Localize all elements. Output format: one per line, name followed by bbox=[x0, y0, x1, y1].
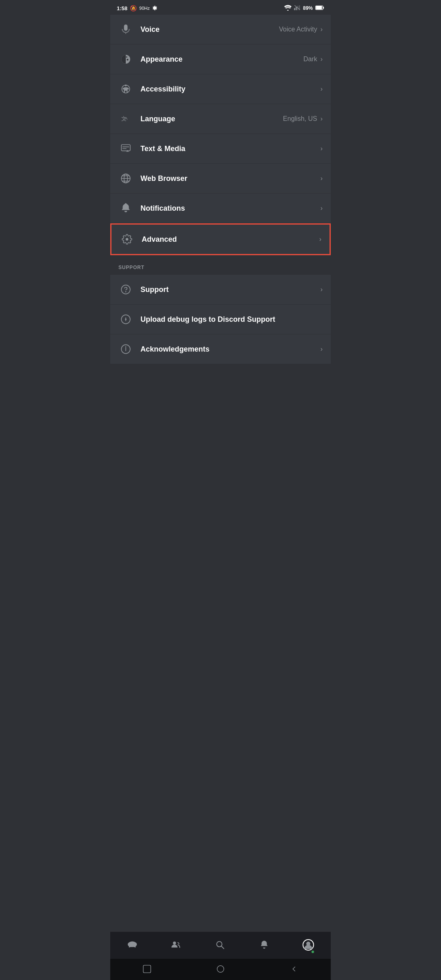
battery-icon bbox=[315, 5, 324, 11]
support-header-text: SUPPORT bbox=[118, 265, 145, 270]
web-browser-chevron: › bbox=[321, 175, 323, 182]
appearance-value: Dark › bbox=[303, 56, 323, 63]
support-icon bbox=[118, 282, 133, 297]
language-value-text: English, US bbox=[283, 115, 317, 122]
language-chevron: › bbox=[321, 115, 323, 122]
accessibility-chevron: › bbox=[321, 85, 323, 93]
svg-point-26 bbox=[121, 285, 130, 294]
support-chevron: › bbox=[321, 286, 323, 293]
notifications-icon bbox=[118, 201, 133, 216]
voice-chevron: › bbox=[321, 26, 323, 33]
text-media-content: Text & Media › bbox=[140, 145, 323, 153]
notifications-chevron: › bbox=[321, 205, 323, 212]
acknowledgements-content: Acknowledgements › bbox=[140, 345, 323, 354]
settings-item-upload-debug[interactable]: Upload debug logs to Discord Support bbox=[110, 305, 331, 334]
text-media-chevron: › bbox=[321, 145, 323, 152]
advanced-content: Advanced › bbox=[142, 235, 321, 244]
accessibility-content: Accessibility › bbox=[140, 85, 323, 94]
svg-point-27 bbox=[125, 292, 126, 292]
advanced-value: › bbox=[319, 236, 321, 243]
svg-point-10 bbox=[123, 57, 125, 59]
appearance-content: Appearance Dark › bbox=[140, 55, 323, 64]
hz-label: 90Hz bbox=[139, 6, 150, 11]
battery-percent: 89% bbox=[303, 5, 313, 11]
acknowledgements-value: › bbox=[321, 345, 323, 353]
voice-icon bbox=[118, 22, 133, 37]
accessibility-value: › bbox=[321, 85, 323, 93]
settings-item-appearance[interactable]: Appearance Dark › bbox=[110, 45, 331, 74]
svg-point-12 bbox=[127, 59, 128, 60]
language-value: English, US › bbox=[283, 115, 323, 122]
text-media-icon bbox=[118, 141, 133, 156]
settings-item-support[interactable]: Support › bbox=[110, 275, 331, 305]
web-browser-content: Web Browser › bbox=[140, 174, 323, 183]
svg-rect-8 bbox=[316, 6, 322, 9]
settings-item-accessibility[interactable]: Accessibility › bbox=[110, 74, 331, 104]
upload-debug-content: Upload debug logs to Discord Support bbox=[140, 315, 323, 324]
svg-point-30 bbox=[125, 319, 126, 320]
svg-rect-1 bbox=[294, 8, 295, 10]
status-left: 1:58 🔕 90Hz ✱ bbox=[117, 5, 157, 11]
settings-item-language[interactable]: 文 A Language English, US › bbox=[110, 104, 331, 134]
settings-list: Voice Voice Activity › Appearance Dark › bbox=[110, 15, 331, 255]
svg-point-13 bbox=[124, 60, 125, 61]
settings-item-notifications[interactable]: Notifications › bbox=[110, 194, 331, 223]
notifications-content: Notifications › bbox=[140, 204, 323, 213]
support-list: Support › Upload debug logs to Discord S… bbox=[110, 275, 331, 364]
settings-item-advanced[interactable]: Advanced › bbox=[110, 223, 331, 255]
acknowledgements-label: Acknowledgements bbox=[140, 345, 209, 354]
svg-point-0 bbox=[287, 9, 289, 10]
notifications-value: › bbox=[321, 205, 323, 212]
voice-value: Voice Activity › bbox=[279, 26, 323, 33]
web-browser-value: › bbox=[321, 175, 323, 182]
settings-item-acknowledgements[interactable]: Acknowledgements › bbox=[110, 334, 331, 364]
status-bar: 1:58 🔕 90Hz ✱ 89% bbox=[110, 0, 331, 15]
svg-point-11 bbox=[126, 56, 127, 58]
voice-label: Voice bbox=[140, 25, 160, 34]
alarm-icon: 🔕 bbox=[130, 5, 137, 11]
wifi-icon bbox=[284, 5, 292, 12]
svg-rect-7 bbox=[323, 7, 324, 9]
svg-point-34 bbox=[125, 346, 126, 347]
voice-content: Voice Voice Activity › bbox=[140, 25, 323, 34]
notifications-label: Notifications bbox=[140, 204, 185, 213]
web-browser-label: Web Browser bbox=[140, 174, 187, 183]
text-media-label: Text & Media bbox=[140, 145, 185, 153]
accessibility-label: Accessibility bbox=[140, 85, 185, 94]
svg-point-25 bbox=[126, 238, 129, 241]
appearance-chevron: › bbox=[321, 56, 323, 63]
language-label: Language bbox=[140, 115, 175, 123]
web-browser-icon bbox=[118, 171, 133, 186]
support-label: Support bbox=[140, 285, 169, 294]
appearance-icon bbox=[118, 52, 133, 67]
accessibility-icon bbox=[118, 82, 133, 96]
settings-item-web-browser[interactable]: Web Browser › bbox=[110, 164, 331, 194]
advanced-icon bbox=[120, 232, 134, 247]
upload-debug-icon bbox=[118, 312, 133, 327]
appearance-label: Appearance bbox=[140, 55, 183, 64]
svg-rect-18 bbox=[121, 145, 130, 151]
advanced-chevron: › bbox=[319, 236, 321, 243]
settings-item-voice[interactable]: Voice Voice Activity › bbox=[110, 15, 331, 45]
text-media-value: › bbox=[321, 145, 323, 152]
voice-value-text: Voice Activity bbox=[279, 26, 317, 33]
status-time: 1:58 bbox=[117, 5, 127, 11]
language-content: Language English, US › bbox=[140, 115, 323, 123]
support-content: Support › bbox=[140, 285, 323, 294]
bluetooth-icon: ✱ bbox=[152, 5, 157, 11]
svg-text:A: A bbox=[125, 116, 128, 120]
support-section-header: SUPPORT bbox=[110, 255, 331, 275]
svg-rect-2 bbox=[296, 7, 297, 10]
settings-item-text-media[interactable]: Text & Media › bbox=[110, 134, 331, 164]
appearance-value-text: Dark bbox=[303, 56, 317, 63]
svg-point-24 bbox=[125, 203, 127, 205]
acknowledgements-icon bbox=[118, 342, 133, 356]
status-right: 89% bbox=[284, 5, 324, 12]
upload-debug-label: Upload debug logs to Discord Support bbox=[140, 315, 275, 324]
signal-icon bbox=[294, 5, 301, 12]
language-icon: 文 A bbox=[118, 111, 133, 126]
advanced-label: Advanced bbox=[142, 235, 177, 244]
support-value: › bbox=[321, 286, 323, 293]
acknowledgements-chevron: › bbox=[321, 345, 323, 353]
